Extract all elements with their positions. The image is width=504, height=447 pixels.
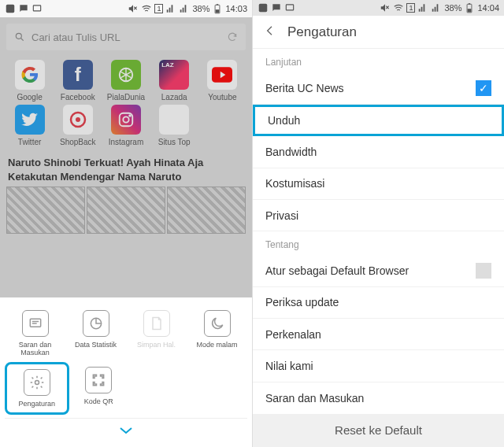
- row-check-update[interactable]: Periksa update: [253, 287, 504, 319]
- mute-icon: [128, 3, 139, 14]
- svg-rect-26: [468, 9, 472, 12]
- status-bar: 1 38% 14:03: [0, 0, 252, 17]
- menu-feedback[interactable]: Saran dan Masukan: [5, 305, 65, 362]
- qr-icon: [85, 367, 112, 393]
- news-thumb[interactable]: [87, 187, 165, 234]
- news-headline[interactable]: Naruto Shinobi Terkuat! Ayah Hinata Aja …: [0, 151, 252, 187]
- moon-icon: [204, 310, 231, 337]
- refresh-icon[interactable]: [227, 31, 238, 42]
- settings-header: Pengaturan: [253, 16, 504, 49]
- svg-rect-21: [259, 4, 268, 13]
- status-bar: 1 38% 14:04: [253, 0, 504, 16]
- left-pane: 1 38% 14:03 Cari atau Tulis URL Google f…: [0, 0, 252, 447]
- svg-point-7: [16, 33, 21, 39]
- menu-sheet: Saran dan Masukan Data Statistik Simpan …: [0, 297, 252, 447]
- wifi-icon: [393, 2, 404, 13]
- svg-point-12: [76, 117, 80, 122]
- svg-rect-16: [30, 319, 40, 327]
- back-icon[interactable]: [264, 24, 276, 40]
- svg-line-8: [21, 39, 24, 41]
- news-thumbnails: [0, 187, 252, 234]
- clock: 14:04: [477, 3, 499, 13]
- svg-rect-6: [217, 4, 218, 5]
- search-icon: [14, 31, 25, 42]
- signal-icon-2: [431, 2, 442, 13]
- svg-rect-5: [216, 9, 220, 13]
- news-thumb[interactable]: [6, 187, 85, 234]
- battery-icon: [464, 2, 475, 13]
- section-about: Tentang: [253, 231, 504, 255]
- svg-point-20: [35, 380, 39, 384]
- menu-settings[interactable]: Pengaturan: [5, 362, 69, 415]
- feedback-icon: [22, 310, 49, 337]
- row-uc-news[interactable]: Berita UC News ✓: [253, 72, 504, 104]
- tile-shopback[interactable]: ShopBack: [54, 105, 101, 146]
- sim-indicator: 1: [154, 4, 163, 13]
- checkbox-off-icon[interactable]: [476, 263, 491, 279]
- news-thumb[interactable]: [167, 187, 246, 234]
- signal-icon: [165, 3, 176, 14]
- svg-point-15: [129, 115, 131, 116]
- tile-instagram[interactable]: Instagram: [102, 105, 149, 146]
- section-advanced: Lanjutan: [253, 49, 504, 72]
- app-icon: [258, 2, 269, 13]
- menu-night-mode[interactable]: Mode malam: [187, 305, 247, 362]
- browser-home-dimmed: Cari atau Tulis URL Google fFacebook Pia…: [0, 17, 252, 297]
- svg-rect-22: [286, 5, 293, 10]
- reset-button[interactable]: Reset ke Default: [253, 414, 504, 447]
- menu-save-page: Simpan Hal.: [126, 305, 187, 362]
- chat-icon: [18, 3, 29, 14]
- sheet-close[interactable]: [5, 422, 247, 442]
- row-default-browser[interactable]: Atur sebagai Default Browser: [253, 255, 504, 286]
- wifi-icon: [141, 3, 152, 14]
- url-bar[interactable]: Cari atau Tulis URL: [6, 24, 246, 50]
- stats-icon: [83, 310, 109, 337]
- checkbox-on-icon[interactable]: ✓: [476, 80, 491, 96]
- save-page-icon: [143, 310, 170, 337]
- gear-icon: [24, 369, 50, 396]
- row-customize[interactable]: Kostumisasi: [253, 168, 504, 200]
- tile-situstop[interactable]: Situs Top: [151, 105, 198, 146]
- battery-text: 38%: [444, 3, 461, 13]
- menu-qr[interactable]: Kode QR: [69, 362, 129, 415]
- tile-facebook[interactable]: fFacebook: [54, 60, 101, 102]
- row-download[interactable]: Unduh: [253, 105, 504, 137]
- right-pane: 1 38% 14:04 Pengaturan Lanjutan Berita U…: [252, 0, 504, 447]
- tile-pialadunia[interactable]: PialaDunia: [102, 60, 149, 102]
- cast-icon: [32, 3, 43, 14]
- svg-rect-27: [469, 3, 470, 4]
- cast-icon: [284, 2, 295, 13]
- row-intro[interactable]: Perkenalan: [253, 319, 504, 350]
- app-icon: [5, 3, 16, 14]
- row-feedback[interactable]: Saran dan Masukan: [253, 382, 504, 414]
- tile-youtube[interactable]: Youtube: [199, 60, 246, 102]
- row-bandwidth[interactable]: Bandwidth: [253, 136, 504, 168]
- signal-icon: [417, 2, 428, 13]
- mute-icon: [380, 2, 391, 13]
- tile-lazada[interactable]: LAZLazada: [151, 60, 198, 102]
- tile-google[interactable]: Google: [6, 60, 53, 102]
- row-rate[interactable]: Nilai kami: [253, 350, 504, 382]
- svg-rect-1: [33, 6, 40, 11]
- row-privacy[interactable]: Privasi: [253, 200, 504, 231]
- svg-point-14: [123, 116, 128, 122]
- page-title: Pengaturan: [287, 24, 357, 40]
- signal-icon-2: [179, 3, 190, 14]
- sim-indicator: 1: [406, 3, 415, 13]
- battery-icon: [212, 3, 223, 14]
- clock: 14:03: [225, 4, 247, 13]
- url-placeholder: Cari atau Tulis URL: [32, 31, 120, 43]
- tile-twitter[interactable]: Twitter: [6, 105, 53, 146]
- chat-icon: [271, 2, 282, 13]
- battery-text: 38%: [192, 4, 209, 13]
- menu-stats[interactable]: Data Statistik: [65, 305, 126, 362]
- speed-dial-grid: Google fFacebook PialaDunia LAZLazada Yo…: [0, 57, 252, 151]
- svg-rect-0: [6, 5, 15, 13]
